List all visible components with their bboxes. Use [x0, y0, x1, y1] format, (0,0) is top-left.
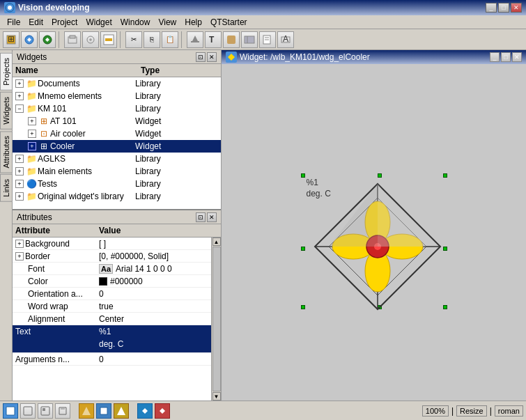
- status-icon-4[interactable]: [55, 403, 70, 419]
- toolbar-btn-paste[interactable]: 📋: [162, 31, 178, 48]
- toolbar-btn-6[interactable]: [100, 31, 117, 48]
- menu-window[interactable]: Window: [116, 17, 155, 27]
- expand-km101[interactable]: −: [15, 104, 24, 113]
- attrs-close-button[interactable]: ✕: [207, 212, 217, 222]
- scroll-thumb[interactable]: [212, 247, 221, 391]
- font-field: roman: [495, 405, 523, 417]
- expand-main[interactable]: +: [15, 167, 24, 176]
- svg-marker-41: [117, 407, 125, 415]
- expand-tests[interactable]: +: [15, 180, 24, 188]
- attr-row-alignment[interactable]: Alignment Center: [13, 313, 221, 325]
- toolbar-btn-8[interactable]: T: [205, 31, 222, 48]
- tree-row-cooler[interactable]: + ⊞ Cooler Widget: [13, 140, 221, 153]
- attr-row-wordwrap[interactable]: Word wrap true: [13, 300, 221, 313]
- tree-row-tests[interactable]: + 🔵 Tests Library: [13, 178, 221, 190]
- attr-row-font[interactable]: Font Aa Arial 14 1 0 0 0: [13, 263, 221, 275]
- expand-aircooler[interactable]: +: [28, 130, 36, 138]
- sidebar-tab-widgets[interactable]: Widgets: [0, 92, 13, 130]
- status-icon-3[interactable]: [38, 403, 53, 419]
- tree-row-aircooler[interactable]: + ⊡ Air cooler Widget: [13, 127, 221, 140]
- svg-rect-13: [191, 41, 199, 42]
- toolbar-btn-3[interactable]: [39, 31, 56, 48]
- attr-row-orientation[interactable]: Orientation a... 0: [13, 288, 221, 300]
- tree-row-at101[interactable]: + ⊞ AT 101 Widget: [13, 115, 221, 127]
- expand-aglks[interactable]: +: [15, 155, 24, 163]
- widget-maximize-button[interactable]: □: [501, 52, 511, 62]
- attr-row-text[interactable]: Text %1 deg. C: [13, 325, 221, 353]
- app-icon: [4, 2, 15, 13]
- status-icon-8[interactable]: [137, 403, 153, 419]
- toolbar-btn-5[interactable]: [82, 31, 99, 48]
- expand-background[interactable]: +: [15, 240, 24, 248]
- attrs-scrollbar[interactable]: ▲ ▼: [211, 238, 221, 400]
- toolbar-btn-copy[interactable]: ⎘: [144, 31, 160, 48]
- status-icon-2[interactable]: [20, 403, 36, 419]
- attrs-panel-header-btns: ⊡ ✕: [196, 212, 217, 222]
- toolbar-btn-10[interactable]: [241, 31, 258, 48]
- attr-row-background[interactable]: + Background [ ]: [13, 238, 221, 250]
- menu-qtstarter[interactable]: QTStarter: [206, 17, 252, 27]
- menu-help[interactable]: Help: [180, 17, 206, 27]
- widget-window-title-bar: Widget: /wlb_KM101/wdg_elCooler _ □ ✕: [222, 50, 526, 64]
- widgets-float-button[interactable]: ⊡: [196, 52, 206, 62]
- scroll-up[interactable]: ▲: [212, 238, 221, 246]
- sidebar-tab-projects[interactable]: Projects: [0, 53, 13, 91]
- tree-row-aglks[interactable]: + 📁 AGLKS Library: [13, 153, 221, 165]
- expand-orig[interactable]: +: [15, 192, 24, 201]
- scroll-down[interactable]: ▼: [212, 392, 221, 400]
- widget-minimize-button[interactable]: _: [490, 52, 500, 62]
- close-button[interactable]: ✕: [511, 3, 522, 13]
- attr-row-arguments[interactable]: Arguments n... 0: [13, 353, 221, 366]
- sidebar-tab-links[interactable]: Links: [0, 174, 13, 202]
- toolbar-btn-9[interactable]: [223, 31, 240, 48]
- widget-window-controls: _ □ ✕: [490, 52, 522, 62]
- status-icon-6[interactable]: [96, 403, 111, 419]
- toolbar-btn-2[interactable]: [21, 31, 38, 48]
- tree-row-orig[interactable]: + 📁 Original widget's library Library: [13, 190, 221, 203]
- tree-row-main[interactable]: + 📁 Main elements Library: [13, 165, 221, 178]
- status-icon-9[interactable]: [155, 403, 170, 419]
- expand-border[interactable]: +: [15, 252, 24, 260]
- menu-edit[interactable]: Edit: [24, 17, 47, 27]
- expand-cooler[interactable]: +: [28, 142, 36, 150]
- widgets-col-name: Name: [15, 65, 141, 75]
- menu-widget[interactable]: Widget: [82, 17, 116, 27]
- tree-row-mnemo[interactable]: + 📁 Mnemo elements Library: [13, 90, 221, 102]
- tree-row-km101[interactable]: − 📁 KM 101 Library: [13, 102, 221, 115]
- toolbar-sep-3: [181, 31, 184, 48]
- svg-rect-15: [227, 36, 235, 44]
- status-icon-7[interactable]: [114, 403, 129, 419]
- menu-file[interactable]: File: [3, 17, 24, 27]
- toolbar-btn-11[interactable]: [259, 31, 276, 48]
- font-sep: |: [490, 406, 492, 416]
- widget-close-button[interactable]: ✕: [512, 52, 522, 62]
- sidebar-tab-attributes[interactable]: Attributes: [0, 131, 13, 173]
- widgets-tree[interactable]: + 📁 Documents Library + 📁 Mnemo elements…: [13, 77, 221, 209]
- main-area: Projects Widgets Attributes Links Widget…: [0, 50, 526, 400]
- toolbar-btn-scissors[interactable]: ✂: [125, 31, 142, 48]
- widget-canvas[interactable]: %1 deg. C: [222, 64, 526, 400]
- toolbar-btn-12[interactable]: A: [277, 31, 294, 48]
- maximize-button[interactable]: □: [498, 3, 509, 13]
- tree-row-documents[interactable]: + 📁 Documents Library: [13, 77, 221, 90]
- expand-at101[interactable]: +: [28, 117, 36, 125]
- status-icon-5[interactable]: [79, 403, 94, 419]
- toolbar-btn-4[interactable]: [64, 31, 81, 48]
- menu-project[interactable]: Project: [47, 17, 82, 27]
- status-icon-1[interactable]: [3, 403, 18, 419]
- attrs-float-button[interactable]: ⊡: [196, 212, 206, 222]
- widgets-close-button[interactable]: ✕: [207, 52, 217, 62]
- attrs-table[interactable]: + Background [ ] + Border [0, #000000, S…: [13, 238, 221, 400]
- svg-rect-40: [100, 407, 107, 414]
- title-bar-left: Vision developing: [4, 2, 89, 13]
- attr-row-border[interactable]: + Border [0, #000000, Solid]: [13, 250, 221, 263]
- minimize-button[interactable]: _: [486, 3, 497, 13]
- attr-row-color[interactable]: Color #000000: [13, 275, 221, 288]
- app-title: Vision developing: [18, 3, 89, 13]
- color-swatch-black: [99, 277, 107, 286]
- expand-documents[interactable]: +: [15, 79, 24, 88]
- toolbar-btn-7[interactable]: [187, 31, 203, 48]
- menu-view[interactable]: View: [154, 17, 180, 27]
- toolbar-btn-1[interactable]: ⊞: [3, 31, 20, 48]
- expand-mnemo[interactable]: +: [15, 92, 24, 100]
